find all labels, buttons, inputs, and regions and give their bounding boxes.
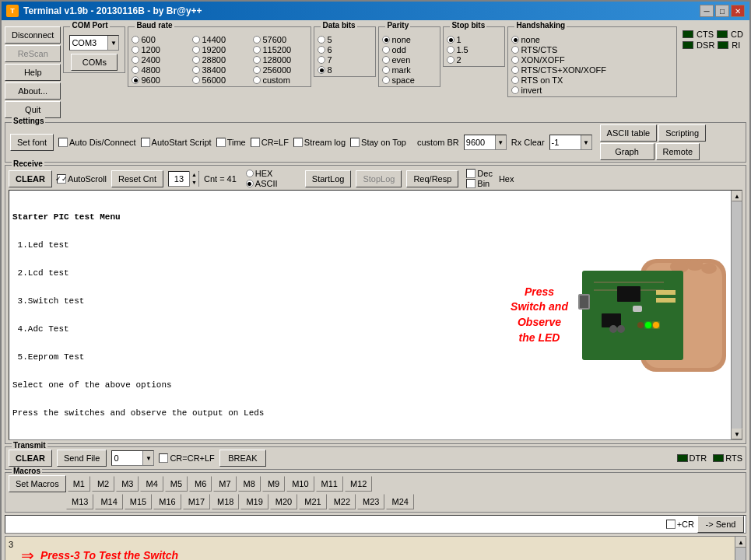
autostart-script-item[interactable]: AutoStart Script [141, 138, 212, 147]
hs-rts-cts[interactable]: RTS/CTS [511, 45, 673, 54]
baud-4800-radio[interactable] [132, 66, 139, 74]
baud-28800-radio[interactable] [192, 56, 200, 64]
hex-radio-item[interactable]: HEX [246, 169, 300, 178]
transmit-value-input[interactable]: 0 ▼ [111, 450, 154, 466]
dec-check[interactable] [466, 169, 476, 178]
macro-m8-button[interactable]: M8 [238, 476, 261, 492]
data-6-radio[interactable] [318, 46, 325, 54]
hs-xon-xoff-radio[interactable] [511, 56, 519, 64]
stop-2[interactable]: 2 [447, 55, 501, 65]
macro-m12-button[interactable]: M12 [345, 476, 372, 492]
macro-m21-button[interactable]: M21 [299, 494, 326, 509]
cr-send-item[interactable]: +CR [666, 520, 694, 529]
rescan-button[interactable]: ReScan [5, 45, 61, 62]
stop-log-button[interactable]: StopLog [356, 170, 402, 187]
cr-cr-lf-item[interactable]: CR=CR+LF [159, 453, 214, 463]
send-button[interactable]: -> Send [697, 516, 744, 533]
set-font-button[interactable]: Set font [10, 134, 54, 151]
baud-38400-radio[interactable] [192, 66, 200, 74]
time-item[interactable]: Time [216, 138, 246, 147]
hs-xon-xoff[interactable]: XON/XOFF [511, 55, 673, 65]
parity-even-radio[interactable] [382, 56, 390, 64]
scripting-button[interactable]: Scripting [658, 124, 706, 142]
autostart-script-check[interactable] [141, 138, 150, 147]
baud-14400-radio[interactable] [192, 36, 200, 44]
baud-256000[interactable]: 256000 [253, 65, 307, 75]
close-button[interactable]: ✕ [731, 5, 745, 17]
macro-m23-button[interactable]: M23 [357, 494, 384, 509]
rx-clear-arrow[interactable]: ▼ [581, 135, 591, 149]
parity-even[interactable]: even [382, 55, 437, 65]
cnt-down-arrow[interactable]: ▼ [189, 179, 198, 187]
scroll-track[interactable] [732, 201, 742, 429]
baud-custom-radio[interactable] [253, 76, 261, 84]
help-button[interactable]: Help [5, 64, 61, 81]
data-8-radio[interactable] [318, 66, 325, 74]
baud-2400-radio[interactable] [132, 56, 139, 64]
auto-dis-connect-check[interactable] [58, 138, 68, 147]
macro-m1-button[interactable]: M1 [68, 476, 90, 492]
req-resp-button[interactable]: Req/Resp [406, 170, 458, 187]
macro-m17-button[interactable]: M17 [183, 494, 210, 509]
scroll-up-button[interactable]: ▲ [732, 191, 742, 201]
baud-1200[interactable]: 1200 [132, 45, 186, 54]
macro-m18-button[interactable]: M18 [212, 494, 239, 509]
macro-m22-button[interactable]: M22 [328, 494, 356, 509]
bottom-scroll-up[interactable]: ▲ [735, 537, 746, 548]
cnt-up-arrow[interactable]: ▲ [189, 171, 198, 179]
baud-4800[interactable]: 4800 [132, 65, 186, 75]
parity-space-radio[interactable] [382, 76, 390, 84]
cnt-spinbox[interactable]: 13 ▲ ▼ [168, 171, 199, 187]
minimize-button[interactable]: ─ [700, 5, 714, 17]
baud-128000-radio[interactable] [253, 56, 261, 64]
hs-rts-cts-xon-radio[interactable] [511, 66, 519, 74]
about-button[interactable]: About... [5, 82, 61, 100]
stop-1[interactable]: 1 [447, 35, 501, 44]
com-port-dropdown-arrow[interactable]: ▼ [107, 36, 118, 50]
parity-none[interactable]: none [382, 35, 437, 44]
hs-none-radio[interactable] [511, 36, 519, 44]
parity-odd-radio[interactable] [382, 46, 390, 54]
macro-m9-button[interactable]: M9 [262, 476, 285, 492]
ascii-radio[interactable] [246, 180, 254, 187]
baud-57600-radio[interactable] [253, 36, 261, 44]
stream-log-check[interactable] [293, 138, 303, 147]
scroll-down-button[interactable]: ▼ [732, 429, 742, 439]
data-8[interactable]: 8 [318, 65, 372, 75]
autoscroll-check[interactable]: ✓ [57, 174, 66, 184]
baud-128000[interactable]: 128000 [253, 55, 307, 65]
cr-lf-item[interactable]: CR=LF [251, 138, 289, 147]
ascii-radio-item[interactable]: ASCII [246, 179, 300, 188]
baud-600[interactable]: 600 [132, 35, 186, 44]
quit-button[interactable]: Quit [5, 101, 61, 118]
macro-m2-button[interactable]: M2 [92, 476, 114, 492]
stream-log-item[interactable]: Stream log [293, 138, 346, 147]
ascii-table-button[interactable]: ASCII table [600, 124, 658, 142]
baud-600-radio[interactable] [132, 36, 139, 44]
remote-button[interactable]: Remote [656, 143, 700, 160]
cr-cr-lf-check[interactable] [159, 453, 168, 463]
baud-256000-radio[interactable] [253, 66, 261, 74]
parity-space[interactable]: space [382, 75, 437, 85]
start-log-button[interactable]: StartLog [305, 170, 352, 187]
stop-1-5-radio[interactable] [447, 46, 454, 54]
baud-28800[interactable]: 28800 [192, 55, 247, 65]
bottom-scrollbar[interactable]: ▲ ▼ [735, 537, 746, 560]
send-file-button[interactable]: Send File [57, 450, 107, 467]
dec-item[interactable]: Dec [466, 169, 493, 178]
auto-dis-connect-item[interactable]: Auto Dis/Connect [58, 138, 136, 147]
stop-2-radio[interactable] [447, 56, 454, 64]
disconnect-button[interactable]: Disconnect [5, 26, 61, 44]
macro-m24-button[interactable]: M24 [386, 494, 413, 509]
macro-m20-button[interactable]: M20 [270, 494, 297, 509]
baud-9600[interactable]: 9600 [132, 75, 186, 85]
baud-19200[interactable]: 19200 [192, 45, 247, 54]
cr-lf-check[interactable] [251, 138, 260, 147]
time-check[interactable] [216, 138, 226, 147]
macro-m13-button[interactable]: M13 [66, 494, 93, 509]
break-button[interactable]: BREAK [219, 450, 266, 467]
macro-m14-button[interactable]: M14 [95, 494, 122, 509]
receive-scrollbar[interactable]: ▲ ▼ [731, 191, 742, 439]
macro-m7-button[interactable]: M7 [213, 476, 236, 492]
macro-m16-button[interactable]: M16 [153, 494, 181, 509]
